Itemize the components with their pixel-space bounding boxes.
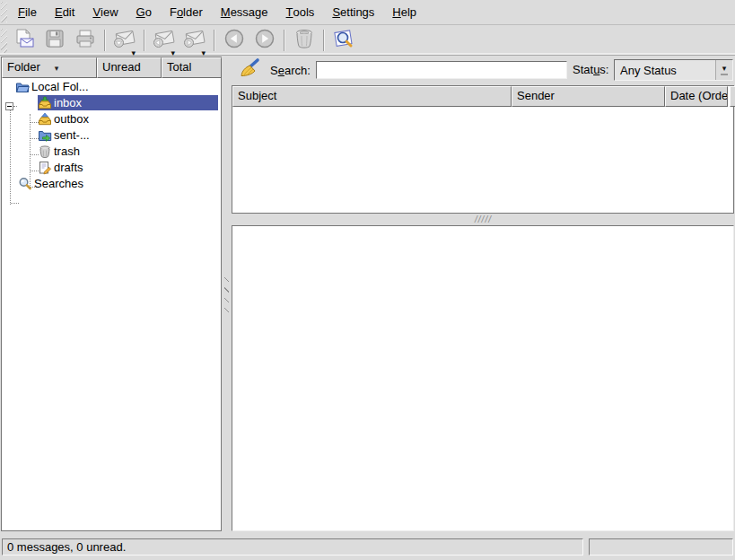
move-to-trash-button[interactable] (290, 27, 319, 54)
toolbar-separator (214, 30, 215, 51)
folder-label: inbox (54, 96, 82, 109)
save-icon (43, 28, 66, 52)
message-list-pane: SubjectSenderDate (Order o (232, 85, 734, 214)
print-icon (74, 28, 97, 52)
folder-tree-item-sent-[interactable]: sent-... (38, 127, 218, 143)
search-bar: Search: Status: Any Status ▾ (232, 57, 735, 84)
splitter-grip: ///// (475, 215, 492, 224)
folder-tree-item-outbox[interactable]: outbox (38, 111, 218, 127)
toolbar-separator (144, 30, 145, 51)
menu-view[interactable]: View (83, 0, 127, 24)
message-column-subject[interactable]: Subject (232, 86, 512, 107)
horizontal-splitter[interactable]: ///// (232, 214, 735, 225)
folder-list-header: Folder▾UnreadTotal (2, 57, 221, 78)
searches-icon (18, 177, 32, 191)
save-as-button[interactable] (40, 27, 69, 54)
tree-expander-minus[interactable] (5, 102, 13, 110)
find-icon (332, 28, 355, 52)
folder-label: outbox (54, 112, 89, 126)
forward-button[interactable] (250, 27, 279, 54)
folder-label: trash (54, 144, 80, 158)
open-folder-icon (15, 80, 30, 94)
folder-tree-item-drafts[interactable]: drafts (38, 160, 218, 175)
folder-tree-item-inbox[interactable]: inbox (38, 95, 218, 110)
search-label: Search: (270, 64, 311, 77)
trash-icon (293, 28, 316, 52)
forward-message-button[interactable]: ▾ (180, 27, 209, 54)
back-icon (223, 28, 246, 52)
reply-button[interactable]: ▾ (150, 27, 179, 54)
folder-tree-item-trash[interactable]: trash (38, 144, 218, 159)
find-messages-button[interactable] (329, 27, 358, 54)
folder-label: drafts (54, 161, 83, 174)
message-column-sender[interactable]: Sender (512, 86, 665, 107)
chevron-down-icon[interactable]: ▾ (715, 60, 732, 80)
new-message-button[interactable] (10, 27, 39, 54)
message-list-header: SubjectSenderDate (Order o (232, 86, 733, 107)
folder-label: sent-... (54, 128, 90, 142)
menu-settings[interactable]: Settings (323, 0, 383, 24)
dropdown-arrow-icon[interactable]: ▾ (201, 49, 206, 57)
folder-label: Local Fol... (31, 80, 89, 93)
new-message-icon (13, 28, 36, 52)
status-right-panel (589, 538, 733, 556)
broom-icon[interactable] (236, 57, 263, 83)
menu-bar: FileEditViewGoFolderMessageToolsSettings… (0, 0, 735, 25)
toolbar-separator (284, 30, 285, 51)
outbox-icon (38, 112, 52, 127)
search-input[interactable] (316, 61, 567, 79)
status-label: Status: (573, 63, 608, 76)
vertical-splitter[interactable] (222, 57, 232, 531)
status-dropdown[interactable]: Any Status ▾ (614, 59, 733, 81)
forward-icon (253, 28, 276, 52)
sort-arrow-icon: ▾ (55, 64, 59, 73)
folder-tree-item-searches[interactable]: Searches (18, 176, 218, 191)
drafts-icon (38, 161, 52, 175)
splitter-grip (224, 273, 229, 312)
folder-column-unread[interactable]: Unread (97, 57, 162, 78)
main-toolbar: ▾▾▾ (0, 25, 735, 56)
tree-guide-line (11, 203, 19, 204)
tree-guide-line (13, 106, 17, 107)
status-dropdown-value: Any Status (615, 64, 715, 77)
menubar-drag-handle[interactable] (1, 2, 7, 22)
folder-column-total[interactable]: Total (162, 57, 222, 78)
toolbar-separator (104, 30, 106, 51)
dropdown-arrow-icon[interactable]: ▾ (131, 49, 136, 57)
trash-folder-icon (38, 144, 52, 159)
menu-message[interactable]: Message (212, 0, 277, 24)
back-button[interactable] (220, 27, 249, 54)
message-column-date[interactable]: Date (Order o (665, 86, 728, 107)
print-button[interactable] (71, 27, 100, 54)
menu-tools[interactable]: Tools (277, 0, 324, 24)
menu-edit[interactable]: Edit (46, 0, 83, 24)
toolbar-drag-handle[interactable] (1, 29, 7, 53)
menu-help[interactable]: Help (383, 0, 425, 24)
message-preview-pane (232, 225, 734, 531)
folder-tree-item-local-fol-[interactable]: Local Fol... (15, 79, 218, 94)
folder-tree: Local Fol...inboxoutboxsent-...trashdraf… (2, 78, 221, 530)
status-message: 0 messages, 0 unread. (2, 538, 583, 556)
inbox-icon (38, 96, 52, 110)
tree-guide-line (10, 110, 11, 205)
header-corner-strip (730, 86, 735, 107)
check-mail-button[interactable]: ▾ (110, 27, 139, 54)
folder-pane: Folder▾UnreadTotal Local Fol...inboxoutb… (1, 57, 222, 531)
menu-file[interactable]: File (9, 0, 46, 24)
menu-go[interactable]: Go (127, 0, 161, 24)
dropdown-arrow-icon[interactable]: ▾ (171, 49, 175, 57)
folder-label: Searches (34, 177, 83, 190)
menu-folder[interactable]: Folder (161, 0, 212, 24)
sent-mail-icon (38, 128, 52, 143)
toolbar-separator (323, 30, 325, 51)
status-bar: 0 messages, 0 unread. (0, 535, 735, 560)
folder-column-folder[interactable]: Folder▾ (2, 57, 97, 78)
